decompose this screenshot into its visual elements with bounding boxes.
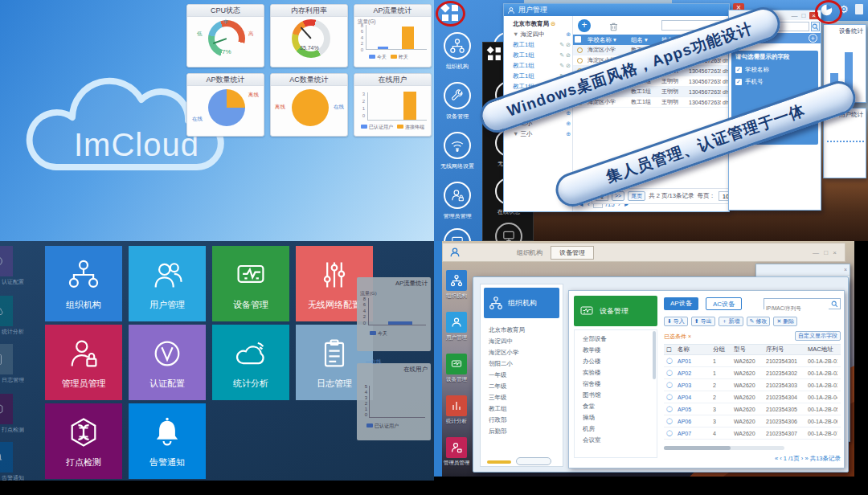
monitor-icon[interactable]: [495, 223, 522, 241]
add-button[interactable]: ＋ 新增: [719, 317, 743, 326]
tree-group[interactable]: ▼三小⊕: [513, 129, 571, 139]
card-cpu-status: CPU状态 低 中 高 7%: [186, 4, 264, 68]
card-title: AP流量统计: [354, 5, 431, 17]
tile-organization[interactable]: 组织机构: [45, 246, 122, 321]
tile-label: 日志管理: [317, 378, 352, 390]
wrench-icon[interactable]: [444, 82, 471, 109]
maximize-button[interactable]: □: [801, 12, 805, 19]
expand-pill-button[interactable]: [516, 457, 551, 465]
bar-plot: [367, 92, 427, 121]
trash-icon[interactable]: [608, 20, 619, 35]
field-option[interactable]: ✓学校名称: [735, 63, 814, 76]
org-tree[interactable]: 北京市教育局 海淀四中 海淀区小学 朝阳二小 一年级 二年级 三年级 教工组 行…: [481, 321, 563, 437]
device-tree[interactable]: 全部设备 教学楼 办公楼 实验楼 宿舍楼 图书馆 食堂 操场 机房 会议室: [574, 329, 657, 458]
faded-label: 打点检测: [2, 426, 24, 434]
table-row[interactable]: ◯AP042WA2620210235430400-1A-2B-04: [664, 391, 841, 403]
y-ticks: 5 4 3 2 1 0: [362, 384, 367, 418]
window-titlebar[interactable]: 用户管理: [504, 4, 729, 16]
faded-chart-card: 在线用户 5 4 3 2 1 0 已认证用户: [357, 363, 431, 440]
monitor-icon[interactable]: [444, 228, 471, 241]
wifi-icon[interactable]: [444, 132, 471, 159]
red-circle-annotation: [436, 1, 465, 27]
edit-button[interactable]: ✎ 修改: [747, 317, 771, 326]
gauge-value: 35.74%: [300, 45, 319, 51]
tab-organization[interactable]: 组织机构: [517, 248, 542, 257]
tile-admin-management[interactable]: 管理员管理: [45, 325, 122, 400]
tile-device-management[interactable]: 设备管理: [212, 246, 289, 321]
tree-child[interactable]: 教工1组✎ ⊘: [513, 50, 571, 60]
table-row[interactable]: ◯AP011WA2620210235430100-1A-2B-01: [664, 355, 841, 367]
window-title: 用户管理: [518, 5, 547, 15]
custom-fields-button[interactable]: 自定义显示字段: [795, 331, 841, 341]
tile-probe-detection[interactable]: 打点检测: [45, 403, 122, 479]
pie-label-online: 在线: [192, 116, 203, 123]
tile-label: 设备管理: [233, 299, 268, 311]
faded-chart-card: AP流量统计 流量(G) 8 6 4 2 0 今天: [357, 277, 431, 351]
delete-button[interactable]: ✕ 删除: [773, 317, 797, 326]
add-column-icon[interactable]: +: [809, 34, 817, 43]
faded-tile: [0, 344, 13, 374]
tree-child[interactable]: 教工1组✎ ⊘: [513, 60, 571, 71]
vertical-scrollbar[interactable]: [653, 331, 656, 379]
card-memory: 内存利用率 35.74%: [270, 4, 348, 68]
tab-ap-devices[interactable]: AP设备: [664, 297, 698, 310]
close-icon[interactable]: ×: [844, 267, 847, 272]
sidebar-item-admins[interactable]: 管理员管理: [440, 437, 473, 467]
search-button[interactable]: [811, 22, 820, 31]
device-pagination[interactable]: « ‹ 1 /1页 › » 共13条记录: [775, 455, 841, 463]
import-button[interactable]: ⬇ 导入: [664, 317, 688, 326]
window-controls[interactable]: — □ ×: [813, 249, 838, 256]
tile-alarm-notification[interactable]: 告警通知: [129, 403, 206, 479]
card-title: AC数量统计: [271, 74, 347, 86]
table-header-row[interactable]: ☐ 名称 分组 型号 序列号 MAC地址: [664, 344, 841, 355]
legend: 已认证用户 连接终端: [361, 124, 424, 131]
app-icon: [449, 247, 461, 258]
device-panel-header[interactable]: 设备管理: [574, 296, 657, 326]
org-chart-icon[interactable]: [444, 32, 471, 59]
org-panel-header[interactable]: 组织机构: [484, 288, 559, 318]
table-row[interactable]: ◯AP074WA2620210235430700-1A-2B-07: [664, 428, 841, 440]
per-page-label: 每页：: [697, 192, 715, 200]
logo-text: ImCloud: [74, 127, 199, 163]
horizontal-scrollbar[interactable]: [664, 446, 784, 450]
tab-ac-devices[interactable]: AC设备: [706, 297, 742, 310]
launcher-label: 组织机构: [434, 63, 483, 71]
faded-pie-label: —在线: [366, 358, 382, 366]
tile-statistics[interactable]: 统计分析: [212, 325, 289, 400]
launcher-label: 无线网络设置: [434, 162, 483, 170]
sidebar-item-users[interactable]: 用户管理: [440, 312, 473, 342]
bar-plot: [369, 386, 425, 418]
add-button[interactable]: +: [578, 19, 591, 32]
minimize-button[interactable]: —: [791, 12, 797, 19]
panel-title: 请勾选需显示的字段: [735, 53, 814, 61]
device-search-input[interactable]: [764, 298, 841, 309]
tree-root[interactable]: 北京市教育局: [513, 20, 549, 28]
admin-lock-icon[interactable]: [444, 182, 471, 209]
marketing-composite: ImCloud CPU状态 低 中 高 7% 内存利用率 35.74% AP流量…: [0, 0, 868, 495]
table-row[interactable]: ◯AP032WA2620210235430300-1A-2B-03: [664, 379, 841, 391]
table-row[interactable]: ◯AP021WA2620210235430200-1A-2B-02: [664, 367, 841, 379]
tree-group[interactable]: ▼海淀四中⊕: [513, 29, 571, 39]
panel-title: 组织机构: [508, 298, 537, 309]
filter-tag[interactable]: 已选条件 ×: [664, 333, 691, 341]
table-row[interactable]: ◯AP053WA2620210235430500-1A-2B-05: [664, 403, 841, 415]
tab-device-management[interactable]: 设备管理: [551, 246, 594, 260]
last-page-button[interactable]: 尾页: [628, 191, 645, 201]
stat-line: [827, 141, 864, 142]
sidebar-item-devices[interactable]: 设备管理: [440, 354, 473, 383]
tree-child[interactable]: 教工1组✎ ⊘: [513, 39, 571, 50]
tile-auth-config[interactable]: 认证配置: [129, 325, 206, 400]
table-row[interactable]: ◯AP063WA2620210235430600-1A-2B-06: [664, 415, 841, 428]
horizontal-scrollbar[interactable]: [487, 460, 511, 464]
quadrant-tile-menu: 认证配置 统计分析 日志管理 打点检测 告警通知 组织机构 用户管理 设备管理 …: [0, 241, 434, 481]
panel-icon[interactable]: [855, 4, 863, 14]
start-grid-icon[interactable]: [486, 46, 502, 62]
field-option[interactable]: ✓手机号: [735, 76, 814, 88]
tile-user-management[interactable]: 用户管理: [129, 246, 206, 321]
sidebar-item-statistics[interactable]: 统计分析: [440, 395, 473, 425]
card-title: 在线用户: [354, 74, 431, 86]
sidebar-item-organization[interactable]: 组织机构: [440, 270, 473, 300]
export-button[interactable]: ⬆ 导出: [691, 317, 715, 326]
device-monitor-icon: [579, 303, 595, 319]
memory-gauge: [292, 19, 330, 58]
